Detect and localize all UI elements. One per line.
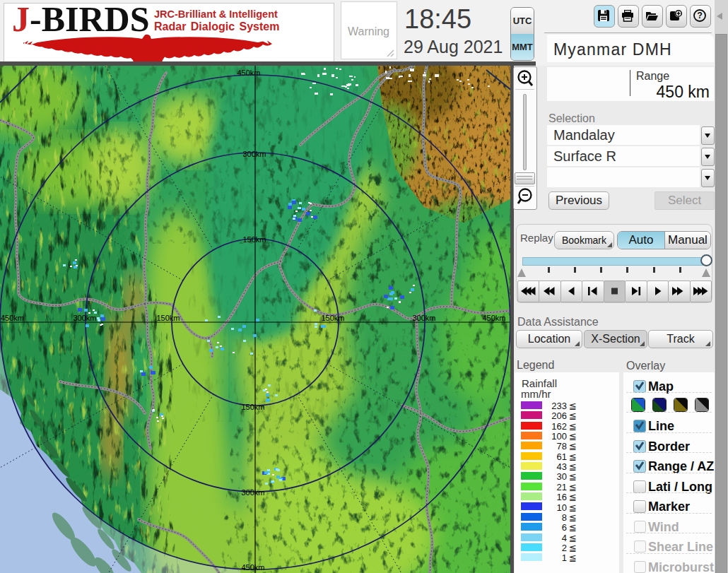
svg-text:450km: 450km: [237, 69, 260, 77]
svg-text:150km: 150km: [241, 403, 264, 411]
svg-text:300km: 300km: [412, 314, 435, 322]
svg-text:150km: 150km: [321, 314, 344, 322]
svg-text:150km: 150km: [242, 235, 266, 244]
svg-text:300km: 300km: [242, 150, 266, 158]
svg-text:450km: 450km: [241, 563, 264, 572]
svg-text:450km: 450km: [482, 314, 505, 322]
svg-text:450km: 450km: [1, 314, 24, 322]
svg-text:300km: 300km: [73, 314, 96, 322]
svg-text:?: ?: [697, 11, 703, 20]
svg-text:150km: 150km: [156, 314, 180, 322]
svg-text:300km: 300km: [241, 488, 264, 497]
